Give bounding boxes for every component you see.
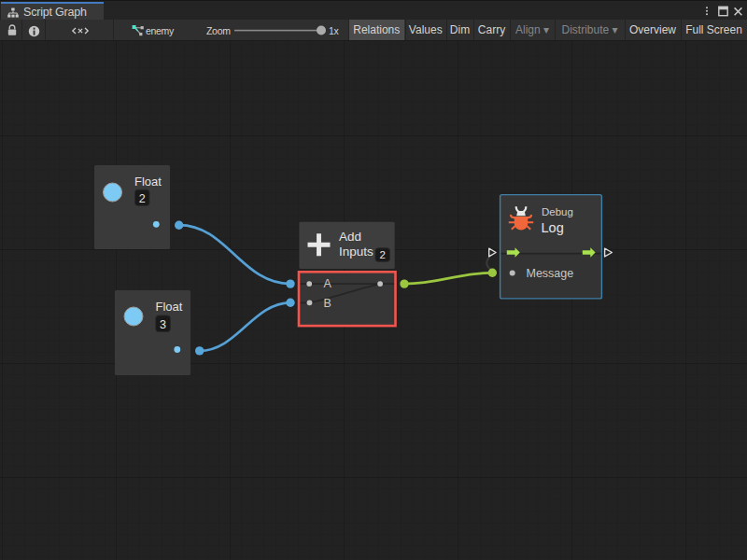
svg-text:2: 2 [139,192,146,205]
svg-text:Log: Log [542,220,564,235]
svg-text:Add: Add [339,230,361,244]
svg-text:Message: Message [527,267,574,280]
svg-text:Float: Float [156,300,183,314]
svg-text:Float: Float [134,175,162,189]
svg-text:3: 3 [160,318,166,331]
svg-text:A: A [324,277,332,290]
svg-text:2: 2 [379,249,385,260]
svg-text:B: B [324,297,331,310]
svg-text:Debug: Debug [542,206,573,217]
svg-text:Inputs: Inputs [339,245,374,259]
